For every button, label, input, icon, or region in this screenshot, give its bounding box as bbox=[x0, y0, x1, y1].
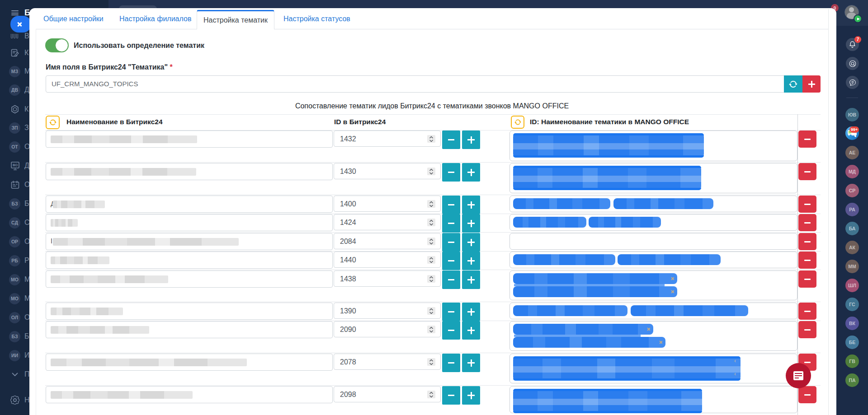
svg-text:ВО: ВО bbox=[13, 163, 18, 167]
